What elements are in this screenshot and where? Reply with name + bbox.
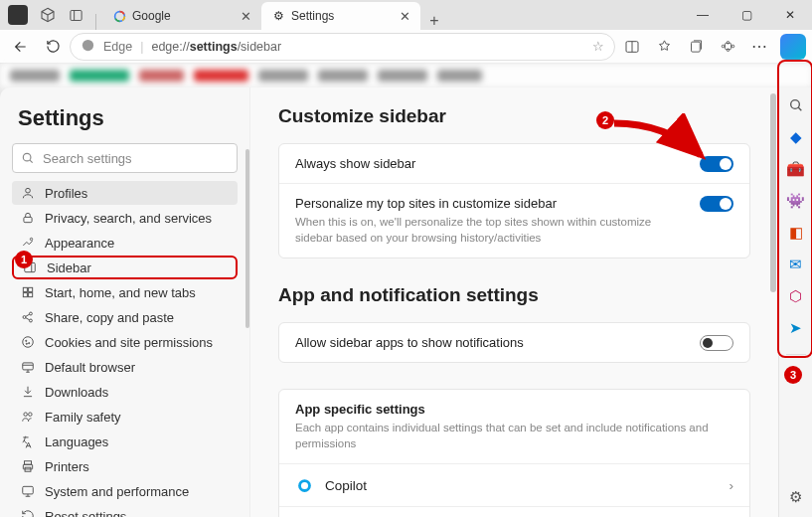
sidebar-outlook-icon[interactable]: ✉ bbox=[786, 255, 806, 274]
close-icon[interactable]: ✕ bbox=[400, 9, 410, 24]
bookmarks-bar bbox=[0, 64, 812, 87]
tab-actions-icon[interactable] bbox=[68, 7, 83, 23]
svg-rect-12 bbox=[28, 287, 32, 291]
close-icon[interactable]: ✕ bbox=[241, 9, 251, 24]
section-heading: App and notification settings bbox=[278, 284, 750, 306]
profile-avatar[interactable] bbox=[8, 5, 28, 25]
family-icon bbox=[20, 410, 35, 425]
sidebar-settings-icon[interactable]: ⚙ bbox=[786, 487, 806, 507]
cookie-icon bbox=[20, 335, 35, 350]
lock-icon bbox=[20, 211, 35, 226]
favorite-icon[interactable]: ☆ bbox=[592, 39, 604, 54]
sidebar-drop-icon[interactable]: ⬡ bbox=[786, 286, 806, 306]
sidebar-m365-icon[interactable]: ◧ bbox=[786, 223, 806, 243]
sidebar-item-profiles[interactable]: Profiles bbox=[12, 181, 238, 205]
url-path: edge://settings/sidebar bbox=[151, 40, 281, 54]
sidebar-search-icon[interactable] bbox=[786, 95, 806, 115]
annotation-badge-2: 2 bbox=[596, 111, 614, 129]
sidebar-games-icon[interactable]: 👾 bbox=[786, 191, 806, 211]
gear-icon: ⚙ bbox=[271, 9, 285, 23]
sidebar-item-cookies-and-site-permissions[interactable]: Cookies and site permissions bbox=[12, 330, 238, 354]
settings-main: Customize sidebar Always show sidebar Pe… bbox=[250, 87, 778, 517]
sidebar-item-reset-settings[interactable]: Reset settings bbox=[12, 504, 238, 517]
sidebar-tools-icon[interactable]: 🧰 bbox=[786, 159, 806, 179]
sidebar-item-share-copy-and-paste[interactable]: Share, copy and paste bbox=[12, 305, 238, 329]
sidebar-item-family-safety[interactable]: Family safety bbox=[12, 405, 238, 429]
svg-point-9 bbox=[30, 238, 32, 240]
svg-rect-28 bbox=[22, 486, 33, 494]
svg-rect-0 bbox=[70, 10, 81, 20]
svg-rect-4 bbox=[691, 42, 700, 52]
sidebar-item-start-home-and-new-tabs[interactable]: Start, home, and new tabs bbox=[12, 280, 238, 304]
collections-icon[interactable] bbox=[681, 32, 711, 62]
printer-icon bbox=[20, 459, 35, 474]
svg-point-24 bbox=[28, 413, 31, 417]
sidebar-scrollbar[interactable] bbox=[245, 149, 249, 328]
settings-page: Settings Search settings ProfilesPrivacy… bbox=[0, 87, 778, 517]
personalize-top-sites-toggle[interactable] bbox=[700, 196, 733, 212]
back-button[interactable] bbox=[6, 32, 36, 62]
svg-point-23 bbox=[23, 413, 27, 417]
sidebar-item-languages[interactable]: Languages bbox=[12, 430, 238, 453]
svg-point-21 bbox=[26, 343, 27, 344]
sidebar-item-appearance[interactable]: Appearance bbox=[12, 231, 238, 255]
sidebar-item-system-and-performance[interactable]: System and performance bbox=[12, 479, 238, 503]
lang-icon bbox=[20, 434, 35, 449]
sidebar-item-printers[interactable]: Printers bbox=[12, 454, 238, 478]
sidebar-item-privacy-search-and-services[interactable]: Privacy, search, and services bbox=[12, 206, 238, 230]
svg-rect-11 bbox=[23, 287, 27, 291]
search-icon bbox=[21, 151, 35, 165]
personalize-top-sites-row: Personalize my top sites in customize si… bbox=[279, 183, 749, 258]
copilot-icon bbox=[295, 476, 313, 494]
settings-sidebar: Settings Search settings ProfilesPrivacy… bbox=[0, 87, 250, 517]
workspaces-icon[interactable] bbox=[40, 7, 56, 23]
sidebar-shopping-icon[interactable]: ◆ bbox=[786, 127, 806, 147]
address-bar[interactable]: Edge | edge://settings/sidebar ☆ bbox=[70, 33, 615, 61]
window-minimize[interactable]: — bbox=[681, 0, 725, 30]
svg-point-20 bbox=[28, 343, 29, 344]
edge-sidebar: ◆ 🧰 👾 ◧ ✉ ⬡ ➤ ＋ ⚙ bbox=[778, 87, 812, 517]
favorites-icon[interactable] bbox=[649, 32, 679, 62]
tab-settings[interactable]: ⚙ Settings ✕ bbox=[261, 2, 420, 30]
section-heading: Customize sidebar bbox=[278, 105, 750, 127]
window-maximize[interactable]: ▢ bbox=[725, 0, 768, 30]
tab-label: Google bbox=[132, 9, 171, 23]
main-scrollbar[interactable] bbox=[770, 93, 776, 292]
annotation-badge-3: 3 bbox=[784, 366, 802, 384]
system-icon bbox=[20, 484, 35, 499]
customize-sidebar-card: Always show sidebar Personalize my top s… bbox=[278, 143, 750, 258]
sidebar-item-downloads[interactable]: Downloads bbox=[12, 380, 238, 404]
svg-point-19 bbox=[25, 340, 26, 341]
always-show-sidebar-toggle[interactable] bbox=[700, 156, 733, 172]
allow-notifications-row: Allow sidebar apps to show notifications bbox=[279, 323, 749, 362]
notifications-card: Allow sidebar apps to show notifications bbox=[278, 322, 750, 363]
allow-notifications-toggle[interactable] bbox=[700, 335, 733, 351]
refresh-button[interactable] bbox=[38, 32, 68, 62]
new-tab-button[interactable]: + bbox=[420, 12, 448, 30]
always-show-sidebar-row: Always show sidebar bbox=[279, 144, 749, 183]
google-favicon bbox=[112, 9, 126, 23]
search-input[interactable]: Search settings bbox=[12, 143, 238, 173]
more-menu[interactable]: ⋯ bbox=[744, 32, 774, 62]
copilot-button[interactable] bbox=[780, 34, 806, 60]
svg-point-6 bbox=[23, 153, 31, 161]
app-row-search[interactable]: Search› bbox=[279, 506, 749, 517]
scheme-label: Edge bbox=[103, 40, 132, 54]
window-close[interactable]: ✕ bbox=[768, 0, 812, 30]
split-screen-icon[interactable] bbox=[617, 32, 647, 62]
svg-point-7 bbox=[25, 188, 30, 193]
default-icon bbox=[20, 360, 35, 375]
browser-tabs: Google ✕ ⚙ Settings ✕ + bbox=[89, 0, 448, 30]
sidebar-item-sidebar[interactable]: Sidebar bbox=[12, 256, 238, 279]
app-row-copilot[interactable]: Copilot› bbox=[279, 463, 749, 506]
extensions-icon[interactable] bbox=[713, 32, 742, 62]
apps-title: App specific settings bbox=[295, 402, 733, 417]
share-icon bbox=[20, 310, 35, 325]
svg-point-2 bbox=[82, 39, 93, 50]
sidebar-telegram-icon[interactable]: ➤ bbox=[786, 318, 806, 338]
annotation-badge-1: 1 bbox=[15, 251, 33, 268]
svg-rect-8 bbox=[23, 217, 31, 222]
svg-rect-14 bbox=[28, 293, 32, 297]
tab-google[interactable]: Google ✕ bbox=[102, 2, 261, 30]
sidebar-item-default-browser[interactable]: Default browser bbox=[12, 355, 238, 379]
